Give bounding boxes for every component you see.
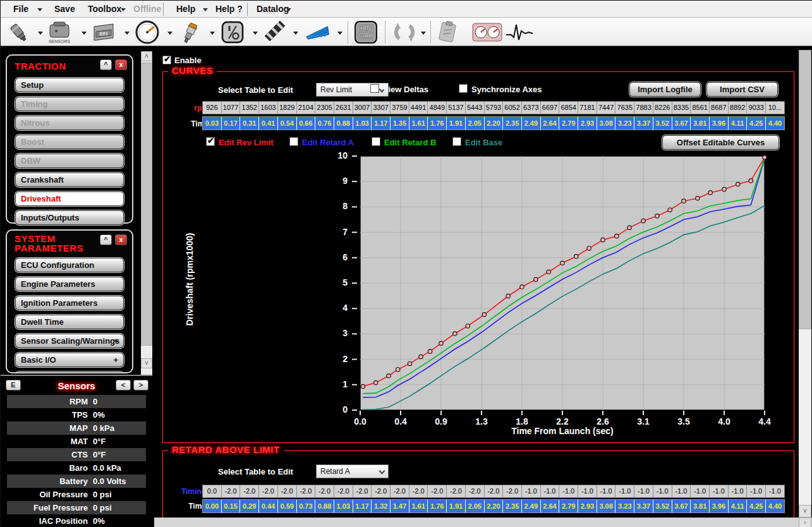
- system-close-button[interactable]: x: [115, 234, 127, 245]
- sidebar-item-inputs-outputs[interactable]: Inputs/Outputs: [15, 210, 124, 225]
- table-cell[interactable]: 1.91: [446, 117, 465, 130]
- sidebar-scroll-up-arrow[interactable]: ˄: [141, 51, 152, 61]
- table-cell[interactable]: -1.0: [765, 485, 784, 497]
- menu-datalog-arrow-icon[interactable]: [286, 8, 291, 11]
- table-cell[interactable]: -1.0: [709, 485, 728, 497]
- sidebar-item-dbw[interactable]: DBW: [15, 154, 124, 168]
- table-cell[interactable]: 8687: [709, 102, 728, 114]
- table-cell[interactable]: 0.17: [221, 117, 240, 130]
- table-cell[interactable]: -1.0: [728, 485, 747, 497]
- table-cell[interactable]: 3.37: [634, 117, 653, 130]
- table-cell[interactable]: 2.35: [502, 500, 521, 512]
- menu-help[interactable]: Help: [176, 1, 195, 18]
- table-cell[interactable]: 0.03: [203, 117, 221, 130]
- table-cell[interactable]: 3.23: [615, 500, 634, 512]
- edit-curve-checkbox-edit-base[interactable]: [452, 137, 461, 146]
- table-cell[interactable]: -2.0: [409, 485, 428, 497]
- sidebar-item-ecu-configuration[interactable]: ECU Configuration: [15, 258, 124, 272]
- belt-stripes-icon[interactable]: [264, 20, 290, 45]
- edit-curve-checkbox-edit-retard-a[interactable]: [289, 137, 298, 146]
- table-cell[interactable]: -1.0: [634, 485, 653, 497]
- table-cell[interactable]: 1.17: [371, 117, 390, 130]
- table-cell[interactable]: 4.25: [746, 117, 765, 130]
- enable-checkbox[interactable]: ✔: [162, 56, 171, 64]
- table-cell[interactable]: 4.11: [728, 500, 747, 512]
- table-cell[interactable]: 0.31: [239, 117, 258, 130]
- table-cell[interactable]: 4.40: [765, 117, 784, 130]
- table-cell[interactable]: 4849: [427, 102, 446, 114]
- sidebar-item-driveshaft[interactable]: Driveshaft: [15, 191, 124, 206]
- table-cell[interactable]: 3307: [371, 102, 390, 114]
- traction-close-button[interactable]: x: [115, 59, 127, 70]
- table-cell[interactable]: -2.0: [465, 485, 484, 497]
- table-cell[interactable]: 1.32: [371, 500, 390, 512]
- table-cell[interactable]: 1.17: [353, 500, 372, 512]
- table-cell[interactable]: 4.11: [728, 117, 747, 130]
- table-cell[interactable]: -2.0: [446, 485, 465, 497]
- table-cell[interactable]: 1829: [277, 102, 296, 114]
- table-cell[interactable]: 3.37: [634, 500, 653, 512]
- table-cell[interactable]: -1.0: [521, 485, 540, 497]
- mesh-table-icon[interactable]: [305, 20, 331, 45]
- table-cell[interactable]: 926: [203, 102, 221, 114]
- sidebar-item-boost[interactable]: Boost: [15, 135, 124, 149]
- table-cell[interactable]: 10...: [765, 102, 784, 114]
- menu-datalog[interactable]: Datalog: [257, 1, 289, 18]
- sidebar-item-basic-i-o[interactable]: Basic I/O+: [15, 353, 124, 367]
- sensors-next-button[interactable]: >: [133, 380, 148, 391]
- table-cell[interactable]: 1.47: [390, 500, 409, 512]
- table-cell[interactable]: 1.03: [353, 117, 372, 130]
- table-cell[interactable]: 7181: [578, 102, 597, 114]
- table-cell[interactable]: 4.40: [765, 500, 784, 512]
- table-cell[interactable]: -1.0: [653, 485, 672, 497]
- sync-icon[interactable]: [391, 20, 418, 45]
- menu-toolbox-arrow-icon[interactable]: [121, 8, 126, 11]
- spark-plug-icon[interactable]: [177, 20, 203, 45]
- table-cell[interactable]: 2.79: [559, 500, 578, 512]
- table-cell[interactable]: 8892: [728, 102, 747, 114]
- table-cell[interactable]: 3.52: [653, 117, 672, 130]
- belt-dropdown-arrow[interactable]: [293, 32, 298, 35]
- table-cell[interactable]: -1.0: [690, 485, 709, 497]
- import-csv-button[interactable]: Import CSV: [706, 82, 778, 97]
- system-collapse-button[interactable]: ^: [100, 234, 112, 245]
- table-cell[interactable]: -2.0: [277, 485, 296, 497]
- table-cell[interactable]: -2.0: [427, 485, 446, 497]
- table-cell[interactable]: 2.05: [465, 500, 484, 512]
- sidebar-item-setup[interactable]: Setup: [15, 78, 124, 92]
- table-cell[interactable]: 1603: [258, 102, 277, 114]
- table-cell[interactable]: 4491: [409, 102, 428, 114]
- table-cell[interactable]: 2104: [296, 102, 315, 114]
- table-cell[interactable]: 3007: [353, 102, 372, 114]
- table-cell[interactable]: 2.79: [559, 117, 578, 130]
- table-cell[interactable]: 4.25: [746, 500, 765, 512]
- table-cell[interactable]: 3.23: [615, 117, 634, 130]
- traction-collapse-button[interactable]: ^: [100, 59, 112, 70]
- sync-dropdown-arrow[interactable]: [421, 32, 426, 35]
- import-logfile-button[interactable]: Import Logfile: [629, 82, 701, 97]
- table-cell[interactable]: 3.67: [672, 117, 691, 130]
- table-cell[interactable]: 7447: [597, 102, 615, 114]
- table-cell[interactable]: 1352: [239, 102, 258, 114]
- table-cell[interactable]: 2.93: [578, 500, 597, 512]
- table-cell[interactable]: 1.35: [390, 117, 409, 130]
- table-cell[interactable]: 3.81: [690, 117, 709, 130]
- menu-save[interactable]: Save: [54, 1, 75, 18]
- main-vertical-scrollbar-thumb[interactable]: [799, 50, 811, 329]
- table-cell[interactable]: 0.73: [296, 500, 315, 512]
- sidebar-item-sensor-scaling-warnings[interactable]: Sensor Scaling/Warnings+: [15, 334, 124, 348]
- table-cell[interactable]: -1.0: [578, 485, 597, 497]
- table-cell[interactable]: 2.35: [502, 117, 521, 130]
- sidebar-item-timing[interactable]: Timing: [15, 97, 124, 111]
- table-cell[interactable]: 2.05: [465, 117, 484, 130]
- table-cell[interactable]: 0.88: [334, 117, 353, 130]
- table-cell[interactable]: 1.76: [427, 500, 446, 512]
- pin-map-icon[interactable]: PINMAP: [353, 20, 379, 45]
- table-cell[interactable]: 0.44: [258, 500, 277, 512]
- sidebar-scrollbar-thumb[interactable]: [141, 63, 152, 346]
- table-cell[interactable]: 3.81: [690, 500, 709, 512]
- table-cell[interactable]: 3759: [390, 102, 409, 114]
- table-cell[interactable]: 3.08: [597, 117, 615, 130]
- edit-curve-checkbox-edit-retard-b[interactable]: [372, 137, 380, 146]
- menu-file-arrow-icon[interactable]: [37, 8, 42, 11]
